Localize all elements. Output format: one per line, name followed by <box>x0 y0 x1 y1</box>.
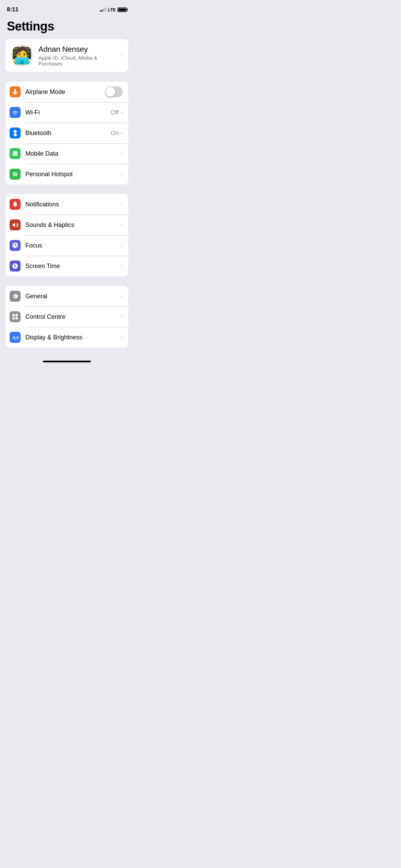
mobile-data-icon <box>10 148 21 159</box>
notifications-section: Notifications › Sounds & Haptics › Focus… <box>5 194 128 276</box>
svg-rect-3 <box>13 153 14 156</box>
focus-chevron-icon: › <box>121 242 123 249</box>
wifi-value: Off <box>111 109 119 116</box>
hotspot-icon <box>10 169 21 180</box>
network-type: LTE <box>108 7 116 12</box>
notifications-label: Notifications <box>25 201 121 208</box>
profile-subtitle: Apple ID, iCloud, Media & Purchases <box>38 55 121 67</box>
home-bar <box>43 361 91 362</box>
display-brightness-chevron-icon: › <box>121 334 123 340</box>
battery-icon <box>118 8 127 12</box>
control-centre-label: Control Centre <box>25 313 121 321</box>
sidebar-item-general[interactable]: General › <box>5 286 128 306</box>
page-title: Settings <box>0 16 134 39</box>
profile-section: 🧑‍💻 Adnan Nensey Apple ID, iCloud, Media… <box>5 39 128 72</box>
wifi-label: Wi-Fi <box>25 109 111 116</box>
profile-name: Adnan Nensey <box>38 45 121 54</box>
screen-time-chevron-icon: › <box>121 263 123 269</box>
svg-rect-6 <box>15 201 15 202</box>
connectivity-section: Airplane Mode Wi-Fi Off › Bluetooth On <box>5 82 128 184</box>
wifi-chevron-icon: › <box>121 109 123 116</box>
mobile-data-label: Mobile Data <box>25 150 119 157</box>
status-time: 8:11 <box>7 6 19 13</box>
bluetooth-icon <box>10 128 21 138</box>
home-indicator <box>0 357 134 364</box>
display-brightness-label: Display & Brightness <box>25 334 121 341</box>
screen-time-icon <box>10 261 21 272</box>
notifications-icon <box>10 199 21 210</box>
profile-row[interactable]: 🧑‍💻 Adnan Nensey Apple ID, iCloud, Media… <box>5 39 128 72</box>
control-centre-chevron-icon: › <box>121 314 123 320</box>
focus-icon <box>10 240 21 251</box>
display-brightness-icon: AA <box>10 332 21 343</box>
svg-text:AA: AA <box>12 335 19 340</box>
status-right: LTE <box>100 7 127 12</box>
svg-rect-9 <box>12 317 15 320</box>
sounds-haptics-icon <box>10 219 21 230</box>
sidebar-item-personal-hotspot[interactable]: Personal Hotspot › <box>5 164 128 184</box>
sidebar-item-control-centre[interactable]: Control Centre › <box>5 306 128 327</box>
svg-rect-8 <box>15 314 18 316</box>
sidebar-item-mobile-data[interactable]: Mobile Data › <box>5 143 128 164</box>
svg-rect-7 <box>12 314 15 316</box>
general-label: General <box>25 293 121 300</box>
sidebar-item-display-brightness[interactable]: AA Display & Brightness › <box>5 327 128 348</box>
sidebar-item-wifi[interactable]: Wi-Fi Off › <box>5 102 128 123</box>
status-bar: 8:11 LTE <box>0 0 134 16</box>
notifications-chevron-icon: › <box>121 201 123 207</box>
airplane-mode-toggle[interactable] <box>105 86 123 97</box>
sidebar-item-sounds-haptics[interactable]: Sounds & Haptics › <box>5 215 128 235</box>
mobile-data-chevron-icon: › <box>121 150 123 157</box>
sidebar-item-airplane-mode[interactable]: Airplane Mode <box>5 82 128 102</box>
general-icon <box>10 291 21 302</box>
screen-time-label: Screen Time <box>25 263 121 270</box>
avatar: 🧑‍💻 <box>11 45 33 67</box>
hotspot-chevron-icon: › <box>121 171 123 177</box>
control-centre-icon <box>10 311 21 322</box>
svg-rect-10 <box>15 317 18 320</box>
system-section: General › Control Centre › AA Display & … <box>5 286 128 348</box>
sounds-haptics-label: Sounds & Haptics <box>25 221 121 229</box>
sidebar-item-focus[interactable]: Focus › <box>5 235 128 256</box>
sounds-haptics-chevron-icon: › <box>121 222 123 228</box>
bluetooth-value: On <box>111 130 119 137</box>
airplane-mode-icon <box>10 86 21 97</box>
airplane-mode-label: Airplane Mode <box>25 88 105 96</box>
profile-info: Adnan Nensey Apple ID, iCloud, Media & P… <box>38 45 121 67</box>
wifi-icon <box>10 107 21 118</box>
bluetooth-chevron-icon: › <box>121 130 123 136</box>
sidebar-item-notifications[interactable]: Notifications › <box>5 194 128 215</box>
sidebar-item-screen-time[interactable]: Screen Time › <box>5 256 128 276</box>
personal-hotspot-label: Personal Hotspot <box>25 171 119 178</box>
sidebar-item-bluetooth[interactable]: Bluetooth On › <box>5 123 128 143</box>
general-chevron-icon: › <box>121 293 123 299</box>
bluetooth-label: Bluetooth <box>25 130 111 137</box>
focus-label: Focus <box>25 242 121 249</box>
svg-point-5 <box>15 153 16 154</box>
signal-bars-icon <box>100 8 106 12</box>
profile-chevron-icon: › <box>121 52 123 59</box>
